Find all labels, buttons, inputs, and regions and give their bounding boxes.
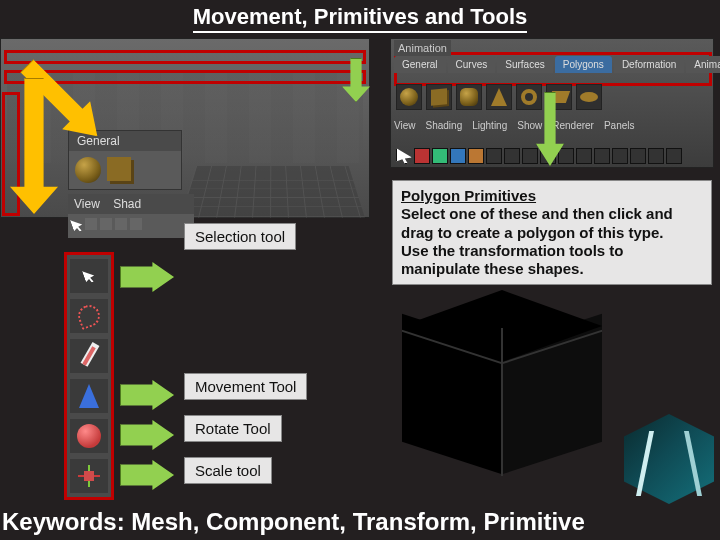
arrow-selection xyxy=(120,262,174,292)
explain-line2: Use the transformation tools to manipula… xyxy=(401,242,624,277)
animation-dropdown[interactable]: Animation xyxy=(394,40,451,56)
poly-sphere-icon[interactable] xyxy=(396,84,422,110)
menu-lighting[interactable]: Lighting xyxy=(472,120,507,131)
keywords-line: Keywords: Mesh, Component, Transform, Pr… xyxy=(2,508,585,536)
mini-icon-1[interactable] xyxy=(85,218,97,230)
general-sphere-icon[interactable] xyxy=(75,157,101,183)
mini-icon-3[interactable] xyxy=(115,218,127,230)
mini-icon-2[interactable] xyxy=(100,218,112,230)
cube-illustration xyxy=(402,290,598,470)
viewport-icon-9[interactable] xyxy=(558,148,574,164)
viewport-menu: View Shading Lighting Show Renderer Pane… xyxy=(394,120,635,131)
viewport-icon-7[interactable] xyxy=(522,148,538,164)
paint-select-tool[interactable] xyxy=(70,339,108,373)
viewport-icon-5[interactable] xyxy=(486,148,502,164)
menu-panels[interactable]: Panels xyxy=(604,120,635,131)
arrow-movement xyxy=(120,380,174,410)
shelf-tabs: General Curves Surfaces Polygons Deforma… xyxy=(394,56,720,73)
viewport-icon-15[interactable] xyxy=(666,148,682,164)
mini-icon-4[interactable] xyxy=(130,218,142,230)
rotate-tool[interactable] xyxy=(70,419,108,453)
polygon-primitives-explain: Polygon Primitives Select one of these a… xyxy=(392,180,712,285)
poly-cone-icon[interactable] xyxy=(486,84,512,110)
general-cube-icon[interactable] xyxy=(107,157,131,181)
cursor-icon[interactable] xyxy=(70,217,84,234)
highlight-toolbox-left xyxy=(2,92,20,216)
viewport-icon-6[interactable] xyxy=(504,148,520,164)
viewport-icon-3[interactable] xyxy=(450,148,466,164)
highlight-menu-bar xyxy=(4,50,366,64)
polygon-shelf-icons xyxy=(396,84,602,110)
general-panel-header: General xyxy=(69,131,181,151)
tab-polygons[interactable]: Polygons xyxy=(555,56,612,73)
viewport-icon-14[interactable] xyxy=(648,148,664,164)
viewport-cursor-icon[interactable] xyxy=(396,148,412,164)
shad-label: Shad xyxy=(113,197,141,211)
arrow-scale xyxy=(120,460,174,490)
highlight-shelf-bar xyxy=(4,70,366,84)
poly-torus-icon[interactable] xyxy=(516,84,542,110)
label-rotate-tool: Rotate Tool xyxy=(184,415,282,442)
menu-renderer[interactable]: Renderer xyxy=(552,120,594,131)
viewport-icon-1[interactable] xyxy=(414,148,430,164)
label-scale-tool: Scale tool xyxy=(184,457,272,484)
viewport-grid xyxy=(180,166,365,218)
general-panel: General xyxy=(68,130,182,190)
viewport-icon-4[interactable] xyxy=(468,148,484,164)
menu-view[interactable]: View xyxy=(394,120,416,131)
viewport-icon-2[interactable] xyxy=(432,148,448,164)
viewport-icon-13[interactable] xyxy=(630,148,646,164)
tab-curves[interactable]: Curves xyxy=(448,56,496,73)
poly-cylinder-icon[interactable] xyxy=(456,84,482,110)
label-selection-tool: Selection tool xyxy=(184,223,296,250)
menu-show[interactable]: Show xyxy=(517,120,542,131)
viewport-icon-row xyxy=(396,148,682,164)
page-title: Movement, Primitives and Tools xyxy=(193,4,528,33)
view-label: View xyxy=(74,197,100,211)
explain-heading: Polygon Primitives xyxy=(401,187,536,204)
toolbox xyxy=(64,252,114,500)
poly-disc-icon[interactable] xyxy=(576,84,602,110)
tab-animation[interactable]: Animation xyxy=(686,56,720,73)
viewport-icon-12[interactable] xyxy=(612,148,628,164)
tab-surfaces[interactable]: Surfaces xyxy=(497,56,552,73)
tab-general[interactable]: General xyxy=(394,56,446,73)
maya-logo-icon xyxy=(624,414,714,504)
menu-shading[interactable]: Shading xyxy=(426,120,463,131)
poly-cube-icon[interactable] xyxy=(426,84,452,110)
tab-deformation[interactable]: Deformation xyxy=(614,56,684,73)
viewport-icon-10[interactable] xyxy=(576,148,592,164)
select-tool[interactable] xyxy=(70,259,108,293)
explain-line1: Select one of these and then click and d… xyxy=(401,205,673,240)
lasso-tool[interactable] xyxy=(70,299,108,333)
move-tool[interactable] xyxy=(70,379,108,413)
arrow-rotate xyxy=(120,420,174,450)
view-panel: View Shad xyxy=(68,194,194,238)
label-movement-tool: Movement Tool xyxy=(184,373,307,400)
scale-tool[interactable] xyxy=(70,459,108,493)
viewport-icon-11[interactable] xyxy=(594,148,610,164)
view-panel-header: View Shad xyxy=(68,194,194,214)
